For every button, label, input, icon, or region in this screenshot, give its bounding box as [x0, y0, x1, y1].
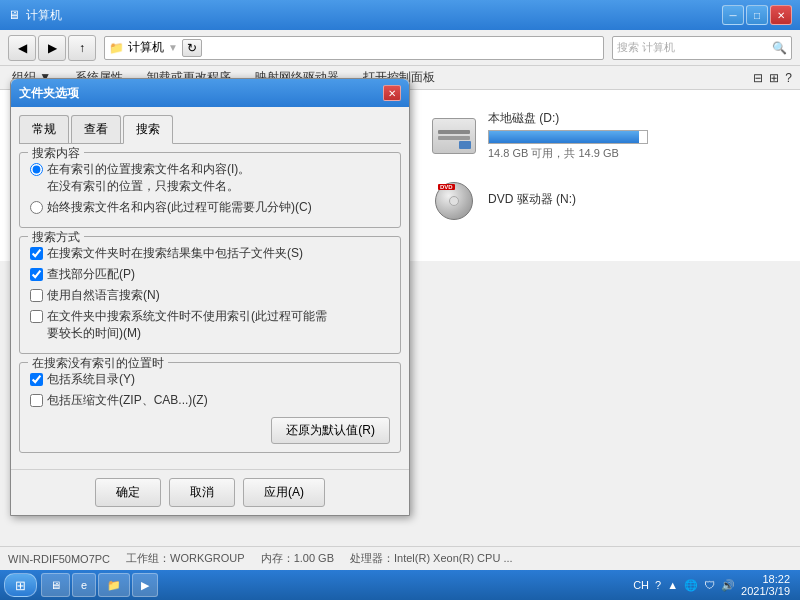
tab-bar: 常规 查看 搜索 — [19, 115, 401, 144]
tray-arrow-icon[interactable]: ▲ — [667, 579, 678, 591]
taskbar-folder-icon: 📁 — [107, 579, 121, 592]
search-content-section: 搜索内容 在有索引的位置搜索文件名和内容(I)。在没有索引的位置，只搜索文件名。… — [19, 152, 401, 228]
dialog-titlebar: 文件夹选项 ✕ — [11, 79, 409, 107]
radio-row-1: 在有索引的位置搜索文件名和内容(I)。在没有索引的位置，只搜索文件名。 — [30, 161, 390, 195]
checkbox-row-sysdir: 包括系统目录(Y) — [30, 371, 390, 388]
status-ram: 内存：1.00 GB — [261, 551, 334, 566]
checkbox-partial[interactable] — [30, 268, 43, 281]
radio-always[interactable] — [30, 201, 43, 214]
ok-button[interactable]: 确定 — [95, 478, 161, 507]
checkbox-subfolders[interactable] — [30, 247, 43, 260]
checkbox-sysdir-label: 包括系统目录(Y) — [47, 371, 135, 388]
desktop: 🖥 计算机 ─ □ ✕ ◀ ▶ ↑ 📁 计算机 ▼ ↻ 搜索 — [0, 0, 800, 600]
checkbox-row-compressed: 包括压缩文件(ZIP、CAB...)(Z) — [30, 392, 390, 409]
tray-lang: CH — [633, 579, 649, 591]
status-processor: 处理器：Intel(R) Xeon(R) CPU ... — [350, 551, 513, 566]
tray-clock: 18:22 2021/3/19 — [741, 573, 790, 597]
radio-indexed[interactable] — [30, 163, 43, 176]
start-button[interactable]: ⊞ — [4, 573, 37, 597]
no-index-section: 在搜索没有索引的位置时 包括系统目录(Y) 包括压缩文件(ZIP、CAB...)… — [19, 362, 401, 453]
checkbox-noindex-label: 在文件夹中搜索系统文件时不使用索引(此过程可能需要较长的时间)(M) — [47, 308, 327, 342]
cancel-button[interactable]: 取消 — [169, 478, 235, 507]
dialog-buttons: 确定 取消 应用(A) — [11, 469, 409, 515]
checkbox-partial-label: 查找部分匹配(P) — [47, 266, 135, 283]
checkbox-subfolders-label: 在搜索文件夹时在搜索结果集中包括子文件夹(S) — [47, 245, 303, 262]
status-workgroup: 工作组：WORKGROUP — [126, 551, 245, 566]
taskbar-item-explorer[interactable]: 🖥 — [41, 573, 70, 597]
tab-general[interactable]: 常规 — [19, 115, 69, 143]
tray-security-icon[interactable]: 🛡 — [704, 579, 715, 591]
search-method-label: 搜索方式 — [28, 229, 84, 246]
checkbox-natural-label: 使用自然语言搜索(N) — [47, 287, 160, 304]
taskbar-item-folder[interactable]: 📁 — [98, 573, 130, 597]
tray-date-text: 2021/3/19 — [741, 585, 790, 597]
tray-network-icon[interactable]: 🌐 — [684, 579, 698, 592]
checkbox-row-natural: 使用自然语言搜索(N) — [30, 287, 390, 304]
apply-button[interactable]: 应用(A) — [243, 478, 325, 507]
dialog-overlay: 文件夹选项 ✕ 常规 查看 搜索 搜索内容 在有索引的位置搜索文件名和内容(I)… — [0, 0, 800, 600]
restore-defaults-button[interactable]: 还原为默认值(R) — [271, 417, 390, 444]
checkbox-noindex[interactable] — [30, 310, 43, 323]
radio-always-label: 始终搜索文件名和内容(此过程可能需要几分钟)(C) — [47, 199, 312, 216]
taskbar-item-ie[interactable]: e — [72, 573, 96, 597]
folder-options-dialog: 文件夹选项 ✕ 常规 查看 搜索 搜索内容 在有索引的位置搜索文件名和内容(I)… — [10, 78, 410, 516]
dialog-body: 常规 查看 搜索 搜索内容 在有索引的位置搜索文件名和内容(I)。在没有索引的位… — [11, 107, 409, 469]
checkbox-row-partial: 查找部分匹配(P) — [30, 266, 390, 283]
checkbox-row-subfolders: 在搜索文件夹时在搜索结果集中包括子文件夹(S) — [30, 245, 390, 262]
search-content-label: 搜索内容 — [28, 145, 84, 162]
tray-time-text: 18:22 — [741, 573, 790, 585]
search-method-section: 搜索方式 在搜索文件夹时在搜索结果集中包括子文件夹(S) 查找部分匹配(P) 使… — [19, 236, 401, 354]
taskbar-media-icon: ▶ — [141, 579, 149, 592]
no-index-label: 在搜索没有索引的位置时 — [28, 355, 168, 372]
checkbox-natural[interactable] — [30, 289, 43, 302]
restore-btn-container: 还原为默认值(R) — [30, 413, 390, 444]
status-computer: WIN-RDIF50MO7PC — [8, 553, 110, 565]
radio-row-2: 始终搜索文件名和内容(此过程可能需要几分钟)(C) — [30, 199, 390, 216]
taskbar: ⊞ 🖥 e 📁 ▶ CH ? ▲ 🌐 🛡 🔊 18:22 — [0, 570, 800, 600]
tray-help-icon[interactable]: ? — [655, 579, 661, 591]
checkbox-sysdir[interactable] — [30, 373, 43, 386]
tab-view[interactable]: 查看 — [71, 115, 121, 143]
checkbox-compressed-label: 包括压缩文件(ZIP、CAB...)(Z) — [47, 392, 208, 409]
taskbar-ie-icon: 🖥 — [50, 579, 61, 591]
radio-indexed-label: 在有索引的位置搜索文件名和内容(I)。在没有索引的位置，只搜索文件名。 — [47, 161, 250, 195]
tray-volume-icon[interactable]: 🔊 — [721, 579, 735, 592]
checkbox-row-noindex: 在文件夹中搜索系统文件时不使用索引(此过程可能需要较长的时间)(M) — [30, 308, 390, 342]
taskbar-items: 🖥 e 📁 ▶ — [41, 573, 623, 597]
dialog-close-button[interactable]: ✕ — [383, 85, 401, 101]
tab-search[interactable]: 搜索 — [123, 115, 173, 144]
taskbar-tray: CH ? ▲ 🌐 🛡 🔊 18:22 2021/3/19 — [627, 573, 796, 597]
start-icon: ⊞ — [15, 578, 26, 593]
dialog-title: 文件夹选项 — [19, 85, 79, 102]
taskbar-item-media[interactable]: ▶ — [132, 573, 158, 597]
checkbox-compressed[interactable] — [30, 394, 43, 407]
taskbar-browser-icon: e — [81, 579, 87, 591]
status-bar: WIN-RDIF50MO7PC 工作组：WORKGROUP 内存：1.00 GB… — [0, 546, 800, 570]
